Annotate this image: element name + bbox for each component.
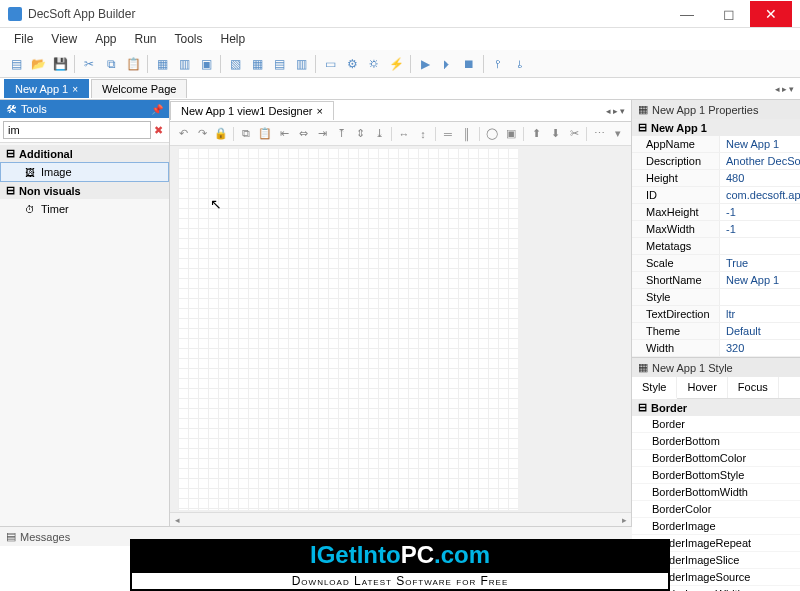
property-row[interactable]: Style [632,289,800,306]
align-bot-icon[interactable]: ⤓ [370,125,388,143]
designer-tab[interactable]: New App 1 view1 Designer × [170,101,334,120]
back-icon[interactable]: ⬇ [546,125,564,143]
copy-icon[interactable]: ⧉ [101,54,121,74]
prop-value[interactable]: ltr [720,306,800,322]
property-row[interactable]: Height480 [632,170,800,187]
tab-welcome[interactable]: Welcome Page [91,79,187,98]
new-icon[interactable]: ▤ [6,54,26,74]
tab-menu-icon[interactable]: ▾ [620,106,625,116]
align-icon[interactable]: ▤ [269,54,289,74]
height-icon[interactable]: ↕ [414,125,432,143]
group-additional[interactable]: ⊟ Additional [0,145,169,162]
menu-tools[interactable]: Tools [167,30,211,48]
tool-timer[interactable]: ⏱ Timer [0,199,169,219]
minimize-button[interactable]: — [666,1,708,27]
prop-value[interactable]: Another DecSoft App [720,153,800,169]
vspace-icon[interactable]: ║ [458,125,476,143]
tab-next-icon[interactable]: ▸ [613,106,618,116]
tool-b-icon[interactable]: ⫰ [510,54,530,74]
h-scrollbar[interactable]: ◂ ▸ [170,512,631,526]
dialogs-icon[interactable]: ▣ [196,54,216,74]
align-mid-icon[interactable]: ⇕ [351,125,369,143]
property-row[interactable]: ThemeDefault [632,323,800,340]
scroll-left-icon[interactable]: ◂ [170,515,184,525]
menu-file[interactable]: File [6,30,41,48]
menu-help[interactable]: Help [213,30,254,48]
grid-icon[interactable]: ▦ [247,54,267,74]
stop-icon[interactable]: ⏹ [459,54,479,74]
scroll-right-icon[interactable]: ▸ [617,515,631,525]
clear-search-icon[interactable]: ✖ [151,121,166,139]
property-row[interactable]: Width320 [632,340,800,357]
group-nonvisuals[interactable]: ⊟ Non visuals [0,182,169,199]
property-row[interactable]: MaxHeight-1 [632,204,800,221]
group-icon[interactable]: ▣ [502,125,520,143]
paste-icon[interactable]: 📋 [123,54,143,74]
property-row[interactable]: MaxWidth-1 [632,221,800,238]
tools-search-input[interactable] [3,121,151,139]
circle-icon[interactable]: ◯ [483,125,501,143]
prop-value[interactable]: New App 1 [720,136,800,152]
prop-value[interactable]: 480 [720,170,800,186]
crop-icon[interactable]: ✂ [565,125,583,143]
style-row[interactable]: BorderColor [632,501,800,518]
tool-image[interactable]: 🖼 Image [0,162,169,182]
style-row[interactable]: BorderBottom [632,433,800,450]
front-icon[interactable]: ⬆ [527,125,545,143]
style-row[interactable]: BorderBottomWidth [632,484,800,501]
debug-icon[interactable]: ⏵ [437,54,457,74]
align-left-icon[interactable]: ⇤ [275,125,293,143]
tab-close-icon[interactable]: × [72,84,78,95]
style-tab-hover[interactable]: Hover [677,377,727,398]
style-tab-focus[interactable]: Focus [728,377,779,398]
prop-value[interactable] [720,289,800,305]
tool-a-icon[interactable]: ⫯ [488,54,508,74]
tab-next-icon[interactable]: ▸ [782,84,787,94]
menu-app[interactable]: App [87,30,124,48]
messages-icon[interactable]: ▤ [6,530,16,543]
style-row[interactable]: BorderImage [632,518,800,535]
prop-value[interactable]: -1 [720,221,800,237]
prop-value[interactable] [720,238,800,254]
close-button[interactable]: ✕ [750,1,792,27]
hspace-icon[interactable]: ═ [439,125,457,143]
run-icon[interactable]: ▶ [415,54,435,74]
width-icon[interactable]: ↔ [395,125,413,143]
design-canvas[interactable]: ↖ [178,148,518,510]
open-icon[interactable]: 📂 [28,54,48,74]
style-section[interactable]: ⊟ Border [632,399,800,416]
cut-icon[interactable]: ✂ [79,54,99,74]
lock-icon[interactable]: 🔒 [212,125,230,143]
export-icon[interactable]: ▭ [320,54,340,74]
copy2-icon[interactable]: ⧉ [237,125,255,143]
options-icon[interactable]: ⚡ [386,54,406,74]
prop-value[interactable]: 320 [720,340,800,356]
property-row[interactable]: AppNameNew App 1 [632,136,800,153]
style-row[interactable]: Border [632,416,800,433]
app-icon-btn[interactable]: ▦ [152,54,172,74]
property-row[interactable]: TextDirectionltr [632,306,800,323]
prop-value[interactable]: New App 1 [720,272,800,288]
tab-prev-icon[interactable]: ◂ [775,84,780,94]
frames-icon[interactable]: ▧ [225,54,245,74]
save-icon[interactable]: 💾 [50,54,70,74]
property-row[interactable]: IDcom.decsoft.appbuilde [632,187,800,204]
prop-value[interactable]: True [720,255,800,271]
layout-icon[interactable]: ▥ [291,54,311,74]
messages-label[interactable]: Messages [20,531,70,543]
tab-new-app[interactable]: New App 1 × [4,79,89,98]
property-row[interactable]: ShortNameNew App 1 [632,272,800,289]
more-icon[interactable]: ⋯ [590,125,608,143]
canvas-scroll[interactable]: ↖ [170,146,631,512]
menu-run[interactable]: Run [127,30,165,48]
tab-close-icon[interactable]: × [316,105,322,117]
settings-icon[interactable]: ⛭ [364,54,384,74]
tab-menu-icon[interactable]: ▾ [789,84,794,94]
props-section[interactable]: ⊟ New App 1 [632,119,800,136]
paste2-icon[interactable]: 📋 [256,125,274,143]
views-icon[interactable]: ▥ [174,54,194,74]
align-top-icon[interactable]: ⤒ [332,125,350,143]
redo-icon[interactable]: ↷ [193,125,211,143]
property-row[interactable]: ScaleTrue [632,255,800,272]
property-row[interactable]: Metatags [632,238,800,255]
